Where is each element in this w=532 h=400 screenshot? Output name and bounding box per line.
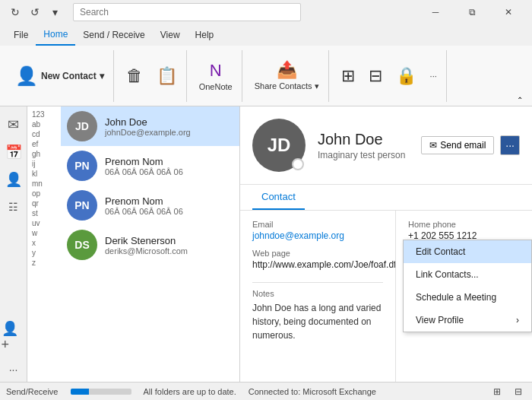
alpha-op[interactable]: op — [27, 189, 45, 198]
detail-name: John Doe — [318, 131, 409, 148]
alpha-123[interactable]: 123 — [27, 110, 49, 119]
ribbon-group-view: ⊞ ⊟ 🔒 ··· — [332, 50, 447, 102]
context-menu: Edit Contact Link Contacts... Schedule a… — [403, 240, 532, 332]
status-dot — [292, 158, 304, 170]
status-view2-button[interactable]: ⊟ — [511, 384, 526, 399]
alpha-mn[interactable]: mn — [27, 179, 47, 189]
avatar-prenom-2: PN — [67, 190, 97, 221]
onenote-label: OneNote — [199, 82, 233, 91]
status-progress-fill — [71, 389, 89, 395]
ctx-link-label: Link Contacts... — [416, 269, 479, 280]
onenote-icon: N — [210, 61, 222, 81]
view1-button[interactable]: ⊞ — [335, 50, 361, 102]
delete-button[interactable]: 🗑 — [120, 50, 149, 102]
mail-icon[interactable]: ✉ — [2, 113, 26, 137]
calendar-icon[interactable]: 📅 — [2, 140, 26, 164]
contact-item-prenom-1[interactable]: PN Prenom Nom 06Â 06Â 06Â 06Â 06 — [61, 146, 239, 186]
ctx-link-contacts[interactable]: Link Contacts... — [404, 263, 531, 286]
view2-button[interactable]: ⊟ — [363, 50, 388, 102]
close-button[interactable]: ✕ — [491, 0, 526, 24]
add-contact-sidebar-icon[interactable]: 👤+ — [2, 324, 26, 348]
actions-button[interactable]: 📋 — [150, 50, 183, 102]
ribbon: 👤 New Contact ▾ 🗑 📋 N OneNote 📤 Share Co… — [0, 46, 532, 106]
alpha-x[interactable]: x — [27, 238, 40, 248]
detail-avatar-initials: JD — [268, 135, 291, 156]
new-contact-button[interactable]: 👤 New Contact ▾ — [9, 50, 110, 102]
menu-file[interactable]: File — [6, 24, 36, 46]
collapse-ribbon-button[interactable]: ⌃ — [514, 94, 526, 106]
view2-icon: ⊟ — [369, 66, 382, 86]
contact-item-john-doe[interactable]: JD John Doe johnDoe@example.org — [61, 106, 239, 146]
send-email-button[interactable]: ✉ Send email — [421, 136, 494, 154]
contact-email-prenom-2: 06Â 06Â 06Â 06Â 06 — [105, 207, 183, 216]
menu-home[interactable]: Home — [36, 24, 75, 46]
minimize-button[interactable]: ─ — [418, 0, 453, 24]
contact-info-derik: Derik Stenerson deriks@Microsoft.com — [105, 235, 188, 256]
ribbon-group-onenote: N OneNote — [190, 50, 242, 102]
restore-button[interactable]: ⧉ — [454, 0, 489, 24]
forward-button[interactable]: ↺ — [26, 3, 44, 21]
alpha-ef[interactable]: ef — [27, 139, 43, 149]
alpha-z[interactable]: z — [27, 258, 40, 268]
contact-name-prenom-1: Prenom Nom — [105, 156, 183, 167]
title-bar-controls: ↻ ↺ ▾ — [6, 3, 64, 21]
contact-list-panel: 123 ab cd ef gh ij kl mn op qr st uv w x… — [27, 106, 240, 382]
contact-email-derik: deriks@Microsoft.com — [105, 246, 188, 256]
lock-button[interactable]: 🔒 — [390, 50, 423, 102]
ctx-view-arrow: › — [516, 315, 519, 325]
more-sidebar-icon[interactable]: ··· — [2, 357, 26, 382]
alpha-column: 123 ab cd ef gh ij kl mn op qr st uv w x… — [27, 106, 61, 271]
alpha-kl[interactable]: kl — [27, 169, 42, 179]
contact-item-derik[interactable]: DS Derik Stenerson deriks@Microsoft.com — [61, 225, 239, 265]
share-icon: 📤 — [277, 60, 297, 80]
email-value[interactable]: johndoe@example.org — [252, 230, 383, 241]
alpha-ij[interactable]: ij — [27, 159, 40, 169]
ctx-edit-label: Edit Contact — [416, 246, 465, 257]
ribbon-group-actions: 🗑 📋 — [117, 50, 187, 102]
alpha-cd[interactable]: cd — [27, 129, 45, 139]
alpha-sidebar: 123 ab cd ef gh ij kl mn op qr st uv w x… — [27, 106, 239, 271]
more-ribbon-button[interactable]: ··· — [424, 50, 443, 102]
contacts-icon[interactable]: 👤 — [2, 167, 26, 192]
alpha-y[interactable]: y — [27, 248, 40, 258]
ctx-schedule-meeting[interactable]: Schedule a Meeting — [404, 286, 531, 309]
contact-name-prenom-2: Prenom Nom — [105, 195, 183, 207]
notes-section: Notes John Doe has a long and varied his… — [252, 282, 383, 342]
notes-text: John Doe has a long and varied history, … — [252, 301, 383, 342]
delete-icon: 🗑 — [126, 66, 143, 86]
menu-view[interactable]: View — [153, 24, 188, 46]
home-phone-label: Home phone — [408, 220, 520, 229]
menu-help[interactable]: Help — [188, 24, 222, 46]
connected-text: Connected to: Microsoft Exchange — [249, 387, 376, 396]
contact-item-prenom-2[interactable]: PN Prenom Nom 06Â 06Â 06Â 06Â 06 — [61, 186, 239, 225]
status-right: ⊞ ⊟ — [489, 384, 526, 399]
contact-email-prenom-1: 06Â 06Â 06Â 06Â 06 — [105, 167, 183, 176]
search-input[interactable] — [73, 3, 301, 21]
menu-send-receive[interactable]: Send / Receive — [75, 24, 152, 46]
share-contacts-button[interactable]: 📤 Share Contacts ▾ — [249, 50, 325, 102]
contact-info-prenom-2: Prenom Nom 06Â 06Â 06Â 06Â 06 — [105, 195, 183, 216]
alpha-uv[interactable]: uv — [27, 218, 45, 228]
expand-button[interactable]: ▾ — [46, 3, 64, 21]
more-actions-button[interactable]: ··· — [500, 135, 520, 155]
email-label: Email — [252, 220, 383, 229]
status-view1-button[interactable]: ⊞ — [489, 384, 505, 399]
tasks-icon[interactable]: ☷ — [2, 195, 26, 219]
tab-contact[interactable]: Contact — [252, 185, 305, 210]
sidebar-icons: ✉ 📅 👤 ☷ 👤+ ··· — [0, 106, 27, 382]
alpha-ab[interactable]: ab — [27, 119, 45, 129]
status-progress-bar — [71, 389, 131, 395]
ctx-view-profile[interactable]: View Profile › — [404, 309, 531, 332]
alpha-gh[interactable]: gh — [27, 149, 45, 159]
ribbon-group-new: 👤 New Contact ▾ — [6, 50, 114, 102]
more-ribbon-label: ··· — [430, 71, 437, 81]
new-contact-label: New Contact — [41, 71, 97, 81]
detail-tabs: Contact — [240, 185, 532, 211]
alpha-w[interactable]: w — [27, 228, 42, 238]
ctx-edit-contact[interactable]: Edit Contact — [404, 240, 531, 263]
alpha-st[interactable]: st — [27, 208, 43, 218]
search-bar — [73, 3, 301, 21]
onenote-button[interactable]: N OneNote — [193, 50, 239, 102]
back-button[interactable]: ↻ — [6, 3, 24, 21]
alpha-qr[interactable]: qr — [27, 198, 43, 208]
